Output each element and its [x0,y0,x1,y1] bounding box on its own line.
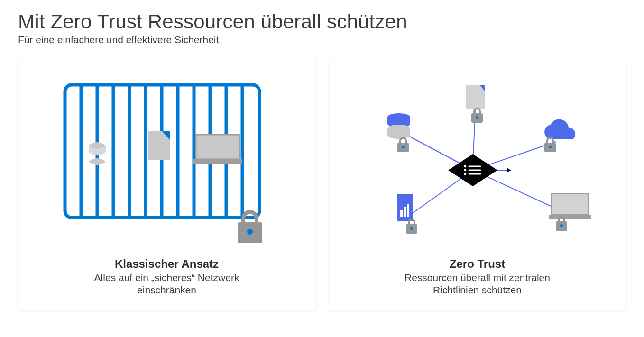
cards-container: Klassischer Ansatz Alles auf ein „sicher… [18,59,626,310]
svg-point-37 [387,131,410,139]
svg-point-26 [464,165,466,167]
classic-illustration [18,73,315,257]
document-icon [148,131,170,160]
database-icon [89,142,106,165]
svg-rect-54 [549,215,591,219]
svg-rect-53 [552,194,589,215]
svg-point-56 [560,224,563,227]
cloud-icon [544,119,575,139]
svg-marker-24 [507,168,511,173]
svg-rect-15 [193,159,242,164]
classic-caption: Klassischer Ansatz Alles auf ein „sicher… [94,257,239,310]
card-classic: Klassischer Ansatz Alles auf ein „sicher… [18,59,315,310]
laptop-icon [549,194,591,219]
zero-trust-svg [345,75,610,255]
svg-point-17 [247,229,253,235]
database-icon [387,113,410,139]
svg-rect-49 [404,207,406,217]
zero-trust-text-2: Richtlinien schützen [405,284,550,296]
svg-rect-50 [407,204,409,217]
page-title: Mit Zero Trust Ressourcen überall schütz… [18,10,626,33]
classic-cage-svg [55,75,278,255]
zero-trust-illustration [329,73,626,257]
zero-trust-caption: Zero Trust Ressourcen überall mit zentra… [405,257,550,310]
phone-icon [397,194,413,221]
zero-trust-text-1: Ressourcen überall mit zentralen [405,272,550,284]
lock-icon [471,108,483,123]
policy-hub-icon [448,154,497,186]
svg-point-52 [410,227,413,230]
svg-point-28 [464,169,466,171]
laptop-icon [193,135,242,164]
svg-point-30 [464,173,466,175]
classic-title: Klassischer Ansatz [94,257,239,271]
lock-icon [544,137,556,152]
lock-icon [397,137,409,152]
svg-point-43 [476,116,478,119]
zero-trust-title: Zero Trust [405,257,550,271]
classic-text-1: Alles auf ein „sicheres“ Netzwerk [94,272,239,284]
svg-rect-14 [196,135,239,159]
svg-rect-48 [400,210,403,217]
svg-rect-40 [466,85,485,109]
page-subtitle: Für eine einfachere und effektivere Sich… [18,34,626,46]
document-icon [466,85,485,109]
svg-point-45 [549,146,552,148]
card-zero-trust: Zero Trust Ressourcen überall mit zentra… [329,59,626,310]
svg-point-39 [402,146,405,148]
classic-text-2: einschränken [94,284,239,296]
